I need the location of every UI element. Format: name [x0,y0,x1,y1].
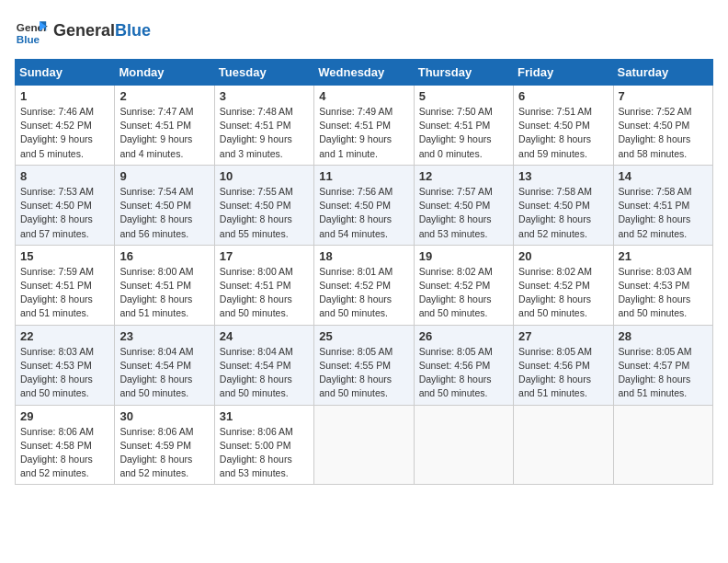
day-number: 17 [220,249,309,263]
day-info: Sunrise: 7:50 AMSunset: 4:51 PMDaylight:… [419,106,493,159]
day-info: Sunrise: 8:03 AMSunset: 4:53 PMDaylight:… [619,266,692,319]
day-number: 3 [220,89,309,103]
logo-text: GeneralBlue [53,22,151,40]
day-number: 24 [220,329,309,343]
day-info: Sunrise: 8:06 AMSunset: 4:58 PMDaylight:… [20,426,94,479]
header-saturday: Saturday [613,60,712,86]
calendar-cell: 12 Sunrise: 7:57 AMSunset: 4:50 PMDaylig… [414,165,513,245]
week-row-1: 1 Sunrise: 7:46 AMSunset: 4:52 PMDayligh… [16,86,713,166]
calendar-cell: 23 Sunrise: 8:04 AMSunset: 4:54 PMDaylig… [115,325,214,405]
day-info: Sunrise: 8:00 AMSunset: 4:51 PMDaylight:… [119,266,193,319]
day-number: 4 [319,89,408,103]
logo: General Blue GeneralBlue [15,15,151,48]
calendar-cell: 29 Sunrise: 8:06 AMSunset: 4:58 PMDaylig… [16,405,115,485]
day-number: 16 [119,249,209,263]
day-number: 12 [419,169,508,183]
day-number: 9 [119,169,209,183]
day-info: Sunrise: 7:54 AMSunset: 4:50 PMDaylight:… [119,186,193,239]
day-info: Sunrise: 8:02 AMSunset: 4:52 PMDaylight:… [518,266,592,319]
day-number: 8 [20,169,109,183]
day-number: 15 [20,249,109,263]
day-info: Sunrise: 7:59 AMSunset: 4:51 PMDaylight:… [20,266,94,319]
day-number: 14 [619,169,708,183]
day-number: 31 [220,409,309,423]
calendar-cell: 14 Sunrise: 7:58 AMSunset: 4:51 PMDaylig… [613,165,712,245]
day-info: Sunrise: 8:04 AMSunset: 4:54 PMDaylight:… [119,346,193,399]
calendar-cell: 3 Sunrise: 7:48 AMSunset: 4:51 PMDayligh… [214,86,313,166]
day-number: 2 [119,89,209,103]
header-tuesday: Tuesday [214,60,313,86]
calendar-header-row: SundayMondayTuesdayWednesdayThursdayFrid… [16,60,713,86]
day-info: Sunrise: 7:58 AMSunset: 4:51 PMDaylight:… [619,186,692,239]
svg-text:Blue: Blue [17,33,40,45]
day-number: 21 [619,249,708,263]
calendar-cell: 17 Sunrise: 8:00 AMSunset: 4:51 PMDaylig… [214,245,313,325]
calendar-cell: 13 Sunrise: 7:58 AMSunset: 4:50 PMDaylig… [514,165,613,245]
day-info: Sunrise: 7:48 AMSunset: 4:51 PMDaylight:… [220,106,293,159]
day-number: 23 [119,329,209,343]
calendar-cell: 20 Sunrise: 8:02 AMSunset: 4:52 PMDaylig… [514,245,613,325]
calendar-cell: 2 Sunrise: 7:47 AMSunset: 4:51 PMDayligh… [115,86,214,166]
calendar-cell [514,405,613,485]
week-row-4: 22 Sunrise: 8:03 AMSunset: 4:53 PMDaylig… [16,325,713,405]
header-sunday: Sunday [16,60,115,86]
day-number: 11 [319,169,408,183]
day-info: Sunrise: 8:00 AMSunset: 4:51 PMDaylight:… [220,266,293,319]
calendar-cell: 9 Sunrise: 7:54 AMSunset: 4:50 PMDayligh… [115,165,214,245]
day-number: 18 [319,249,408,263]
day-info: Sunrise: 8:03 AMSunset: 4:53 PMDaylight:… [20,346,94,399]
day-info: Sunrise: 7:55 AMSunset: 4:50 PMDaylight:… [220,186,293,239]
logo-icon: General Blue [15,15,48,48]
calendar-cell: 22 Sunrise: 8:03 AMSunset: 4:53 PMDaylig… [16,325,115,405]
day-info: Sunrise: 8:05 AMSunset: 4:57 PMDaylight:… [619,346,692,399]
week-row-5: 29 Sunrise: 8:06 AMSunset: 4:58 PMDaylig… [16,405,713,485]
day-info: Sunrise: 7:58 AMSunset: 4:50 PMDaylight:… [518,186,592,239]
header-friday: Friday [514,60,613,86]
calendar-cell: 11 Sunrise: 7:56 AMSunset: 4:50 PMDaylig… [314,165,414,245]
day-number: 13 [518,169,608,183]
day-info: Sunrise: 8:05 AMSunset: 4:56 PMDaylight:… [419,346,493,399]
calendar-cell: 28 Sunrise: 8:05 AMSunset: 4:57 PMDaylig… [613,325,712,405]
day-info: Sunrise: 7:52 AMSunset: 4:50 PMDaylight:… [619,106,692,159]
calendar-cell: 6 Sunrise: 7:51 AMSunset: 4:50 PMDayligh… [514,86,613,166]
day-number: 20 [518,249,608,263]
day-info: Sunrise: 8:01 AMSunset: 4:52 PMDaylight:… [319,266,392,319]
day-number: 29 [20,409,109,423]
day-number: 19 [419,249,508,263]
calendar-cell: 19 Sunrise: 8:02 AMSunset: 4:52 PMDaylig… [414,245,513,325]
calendar-cell: 8 Sunrise: 7:53 AMSunset: 4:50 PMDayligh… [16,165,115,245]
header-thursday: Thursday [414,60,513,86]
day-number: 6 [518,89,608,103]
calendar-cell: 26 Sunrise: 8:05 AMSunset: 4:56 PMDaylig… [414,325,513,405]
calendar-cell: 24 Sunrise: 8:04 AMSunset: 4:54 PMDaylig… [214,325,313,405]
week-row-3: 15 Sunrise: 7:59 AMSunset: 4:51 PMDaylig… [16,245,713,325]
day-number: 1 [20,89,109,103]
calendar-cell: 18 Sunrise: 8:01 AMSunset: 4:52 PMDaylig… [314,245,414,325]
calendar-cell: 5 Sunrise: 7:50 AMSunset: 4:51 PMDayligh… [414,86,513,166]
day-info: Sunrise: 7:51 AMSunset: 4:50 PMDaylight:… [518,106,592,159]
day-number: 7 [619,89,708,103]
calendar-cell: 21 Sunrise: 8:03 AMSunset: 4:53 PMDaylig… [613,245,712,325]
day-info: Sunrise: 8:05 AMSunset: 4:55 PMDaylight:… [319,346,392,399]
day-number: 10 [220,169,309,183]
calendar-cell: 31 Sunrise: 8:06 AMSunset: 5:00 PMDaylig… [214,405,313,485]
day-info: Sunrise: 8:05 AMSunset: 4:56 PMDaylight:… [518,346,592,399]
day-info: Sunrise: 8:06 AMSunset: 5:00 PMDaylight:… [220,426,293,479]
header: General Blue GeneralBlue [15,15,713,48]
calendar-table: SundayMondayTuesdayWednesdayThursdayFrid… [15,59,713,485]
day-number: 26 [419,329,508,343]
calendar-cell: 1 Sunrise: 7:46 AMSunset: 4:52 PMDayligh… [16,86,115,166]
day-number: 27 [518,329,608,343]
day-info: Sunrise: 7:57 AMSunset: 4:50 PMDaylight:… [419,186,493,239]
day-number: 28 [619,329,708,343]
calendar-cell: 7 Sunrise: 7:52 AMSunset: 4:50 PMDayligh… [613,86,712,166]
day-number: 25 [319,329,408,343]
day-info: Sunrise: 8:02 AMSunset: 4:52 PMDaylight:… [419,266,493,319]
day-info: Sunrise: 7:49 AMSunset: 4:51 PMDaylight:… [319,106,392,159]
day-info: Sunrise: 8:06 AMSunset: 4:59 PMDaylight:… [119,426,193,479]
calendar-cell: 25 Sunrise: 8:05 AMSunset: 4:55 PMDaylig… [314,325,414,405]
day-info: Sunrise: 7:47 AMSunset: 4:51 PMDaylight:… [119,106,193,159]
day-number: 5 [419,89,508,103]
day-number: 30 [119,409,209,423]
day-info: Sunrise: 7:53 AMSunset: 4:50 PMDaylight:… [20,186,94,239]
